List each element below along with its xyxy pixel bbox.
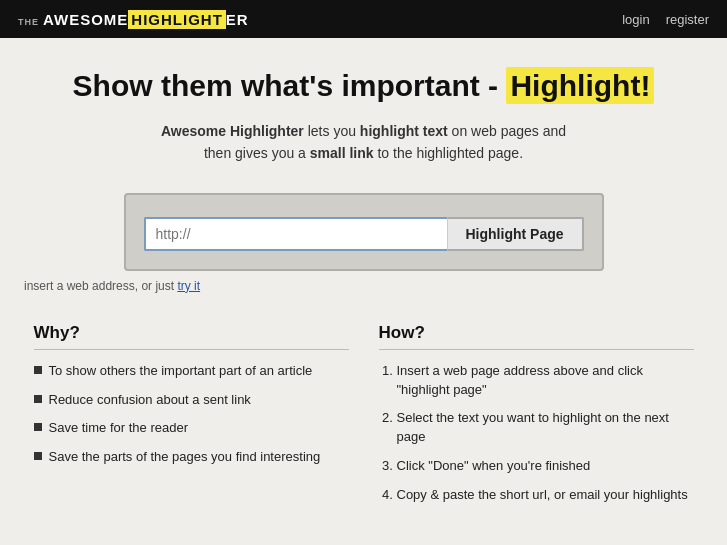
url-form-container: Highlight Page [124,193,604,271]
list-item: Insert a web page address above and clic… [397,362,694,400]
list-item: Reduce confusion about a sent link [34,391,349,410]
how-list: Insert a web page address above and clic… [379,362,694,505]
hero-title-highlight: Highlight! [506,67,654,104]
list-item: Select the text you want to highlight on… [397,409,694,447]
header: THE AWESOME HIGHLIGHT ER login register [0,0,727,38]
register-link[interactable]: register [666,12,709,27]
try-it-link[interactable]: try it [177,279,200,293]
main-content: Show them what's important - Highlight! … [0,38,727,545]
bullet-icon [34,423,42,431]
hero-section: Show them what's important - Highlight! … [20,68,707,165]
why-list: To show others the important part of an … [34,362,349,467]
logo-er-text: ER [226,11,249,28]
login-link[interactable]: login [622,12,649,27]
hero-bold-highlight: highlight text [360,123,448,139]
hero-text-1: lets you [304,123,360,139]
columns: Why? To show others the important part o… [34,323,694,515]
hero-title: Show them what's important - Highlight! [20,68,707,104]
hero-text-3: then gives you a [204,145,310,161]
url-input[interactable] [144,217,447,251]
logo-the-text: THE [18,17,39,27]
url-hint: insert a web address, or just try it [24,279,707,293]
bullet-icon [34,452,42,460]
bullet-icon [34,395,42,403]
hero-brand-name: Awesome Highlighter [161,123,304,139]
list-item: Save the parts of the pages you find int… [34,448,349,467]
why-column: Why? To show others the important part o… [34,323,349,515]
list-item: To show others the important part of an … [34,362,349,381]
hero-text-2: on web pages and [448,123,566,139]
list-item: Click "Done" when you're finished [397,457,694,476]
logo-awesome-text: AWESOME [43,11,128,28]
how-title: How? [379,323,694,350]
nav-links: login register [622,12,709,27]
why-title: Why? [34,323,349,350]
hero-text-4: to the highlighted page. [374,145,523,161]
logo: THE AWESOME HIGHLIGHT ER [18,10,249,29]
how-column: How? Insert a web page address above and… [379,323,694,515]
hero-title-prefix: Show them what's important - [73,69,507,102]
hero-subtitle: Awesome Highlighter lets you highlight t… [20,120,707,165]
url-form: Highlight Page [144,217,584,251]
highlight-page-button[interactable]: Highlight Page [447,217,584,251]
hint-text: insert a web address, or just [24,279,177,293]
logo-highlight-text: HIGHLIGHT [128,10,226,29]
hero-bold-link: small link [310,145,374,161]
list-item: Copy & paste the short url, or email you… [397,486,694,505]
list-item: Save time for the reader [34,419,349,438]
bullet-icon [34,366,42,374]
